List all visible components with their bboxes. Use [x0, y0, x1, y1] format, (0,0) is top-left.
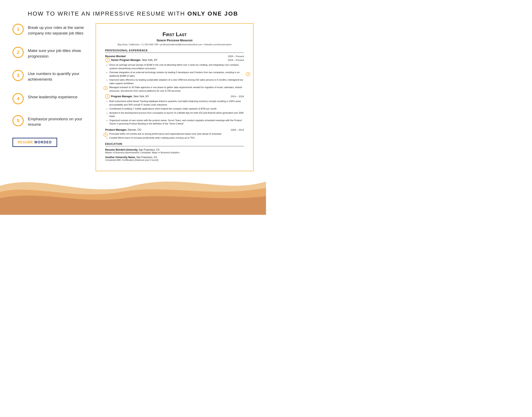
resume-job-title: Senior Program Manager: [105, 38, 244, 42]
bullet-pm-1-wrapper: 5 Promoted within 18 months due to stron…: [109, 132, 244, 136]
sand-svg: [0, 169, 266, 215]
company-name-1: Resume Worded: [105, 55, 125, 58]
role-dates-1: 2018 – Present: [228, 59, 244, 61]
tip-1: 1 Break up your roles at the same compan…: [12, 23, 87, 36]
page-wrapper: HOW TO WRITE AN IMPRESSIVE RESUME WITH O…: [0, 0, 266, 215]
role-title-text-1: Senior Program Manager, New York, NY: [111, 59, 157, 62]
bullet-1-3: Improved sales efficiency by leading sus…: [109, 78, 244, 85]
bullet-badge-3: 3: [246, 72, 250, 76]
edu-school-2: Another University Name, San Francisco, …: [105, 156, 244, 159]
edu-school-1: Resume Worded University, San Francisco,…: [105, 148, 244, 151]
bullet-text-2-4: Organized reviews of user stories with t…: [109, 119, 242, 125]
logo-area: RESUME WORDED: [12, 138, 87, 147]
bullet-1-4: 4 Managed outreach to 30 State agencies …: [109, 86, 244, 93]
tip-number-2: 2: [12, 47, 24, 58]
resume-worded-logo: RESUME WORDED: [12, 138, 57, 147]
tip-text-2: Make sure your job titles show progressi…: [28, 46, 87, 59]
role-title-with-badge-1: 1 Senior Program Manager, New York, NY: [105, 58, 157, 62]
bullet-text-2-1: Built customized online Asset Tracking d…: [109, 100, 241, 106]
page-title: HOW TO WRITE AN IMPRESSIVE RESUME WITH O…: [12, 10, 253, 17]
edu-entry-1: Resume Worded University, San Francisco,…: [105, 148, 244, 154]
tip-text-5: Emphasize promotions on your resume: [28, 115, 87, 127]
experience-section-title: PROFESSIONAL EXPERIENCE: [105, 49, 244, 53]
bullet-2-1: Built customized online Asset Tracking d…: [109, 100, 244, 106]
role-senior-pm: 1 Senior Program Manager, New York, NY 2…: [105, 58, 244, 93]
bullet-2-2: Contributed to building 7 mobile applica…: [109, 107, 244, 111]
tip-text-1: Break up your roles at the same company …: [28, 23, 87, 36]
logo-worded-text: WORDED: [34, 140, 52, 144]
bullet-pm-2: Created Word macro to increase productiv…: [109, 136, 244, 140]
tip-number-4: 4: [12, 93, 24, 104]
role-dates-2: 2014 – 2018: [231, 95, 244, 98]
tip-text-3: Use numbers to quantify your achievement…: [28, 69, 87, 82]
job-entry-product-manager: Product Manager, Denver, CO 2009 – 2014 …: [105, 128, 244, 140]
title-normal-text: HOW TO WRITE AN IMPRESSIVE RESUME WITH: [28, 10, 188, 17]
bullet-2-3: Assisted in the development process from…: [109, 111, 244, 118]
title-bold-text: ONLY ONE JOB: [188, 10, 238, 17]
role-title-line-2: 2 Program Manager, New York, NY 2014 – 2…: [105, 94, 244, 99]
role-program-manager: 2 Program Manager, New York, NY 2014 – 2…: [105, 94, 244, 125]
role-bullets-2: Built customized online Asset Tracking d…: [105, 100, 244, 125]
job-company-header: Resume Worded 2009 – Present: [105, 55, 244, 58]
edu-degree-2: Completed ABC Certification [Optional ye…: [105, 159, 244, 161]
header: HOW TO WRITE AN IMPRESSIVE RESUME WITH O…: [0, 0, 266, 23]
sand-section: [0, 169, 266, 215]
bullet-4-wrapper: 4 Managed outreach to 30 State agencies …: [109, 86, 244, 93]
tip-5: 5 Emphasize promotions on your resume: [12, 115, 87, 127]
bullet-text-pm-1: Promoted within 18 months due to strong …: [109, 132, 221, 136]
bullet-text-2-2: Contributed to building 7 mobile applica…: [109, 107, 217, 110]
edu-entry-2: Another University Name, San Francisco, …: [105, 156, 244, 161]
company-name-2: Product Manager, Denver, CO: [105, 128, 141, 131]
bullet-text-1-1: Drove an average annual savings of $15M …: [109, 63, 239, 70]
tip-number-3: 3: [12, 70, 24, 81]
logo-resume-text: RESUME: [18, 140, 33, 144]
edu-degree-1: Master of Business Administration Candid…: [105, 151, 244, 154]
tip-number-1: 1: [12, 24, 24, 35]
bullet-1-2: Oversaw integration of an external techn…: [109, 71, 244, 77]
bullet-text-1-3: Improved sales efficiency by leading sus…: [109, 79, 243, 84]
bullet-text-2-3: Assisted in the development process from…: [109, 112, 244, 118]
bullet-badge-4: 4: [104, 86, 108, 90]
tips-list: 1 Break up your roles at the same compan…: [12, 23, 87, 127]
role-badge-1: 1: [105, 58, 110, 62]
role-title-line-1: 1 Senior Program Manager, New York, NY 2…: [105, 58, 244, 62]
role-title-with-badge-2: 2 Program Manager, New York, NY: [105, 94, 149, 99]
bullet-1-1: Drove an average annual savings of $15M …: [109, 63, 244, 70]
tip-text-4: Show leadership experience: [28, 93, 77, 100]
resume-name: First Last: [105, 31, 244, 38]
company-dates-1: 2009 – Present: [228, 55, 244, 58]
tip-number-5: 5: [12, 115, 24, 126]
tip-4: 4 Show leadership experience: [12, 93, 87, 104]
left-panel: 1 Break up your roles at the same compan…: [12, 23, 87, 149]
bullet-2-4: Organized reviews of user stories with t…: [109, 119, 244, 125]
bullet-text-1-4: Managed outreach to 30 State agencies in…: [109, 86, 244, 93]
tip-2: 2 Make sure your job titles show progres…: [12, 46, 87, 59]
bullet-text-1-2: Oversaw integration of an external techn…: [109, 71, 240, 77]
bullet-pm-1: 5 Promoted within 18 months due to stron…: [109, 132, 244, 136]
company-dates-2: 2009 – 2014: [231, 129, 244, 131]
resume-panel: First Last Senior Program Manager Bay Ar…: [96, 23, 253, 171]
role-bullets-1: Drove an average annual savings of $15M …: [105, 63, 244, 93]
education-section-title: EDUCATION: [105, 143, 244, 146]
bullet-text-pm-2: Created Word macro to increase productiv…: [109, 136, 195, 139]
tip-3: 3 Use numbers to quantify your achieveme…: [12, 69, 87, 82]
role-badge-2: 2: [105, 94, 110, 99]
resume-contact: Bay Area, California • +1-234-456-789 • …: [105, 43, 244, 46]
job-entry-resume-worded: Resume Worded 2009 – Present 1 Senior Pr…: [105, 55, 244, 125]
job-2-bullets: 5 Promoted within 18 months due to stron…: [105, 132, 244, 140]
job-company-header-2: Product Manager, Denver, CO 2009 – 2014: [105, 128, 244, 131]
role-title-text-2: Program Manager, New York, NY: [111, 95, 149, 98]
